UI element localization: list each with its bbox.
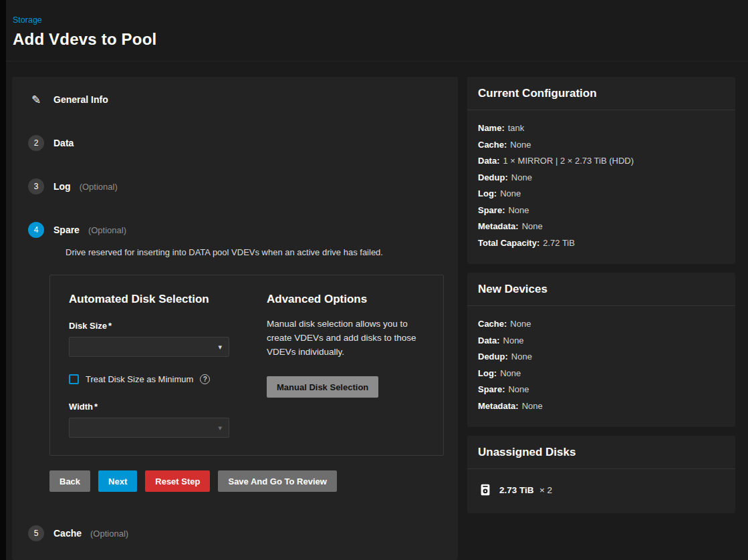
disk-size-text: 2.73 TiB — [499, 485, 534, 495]
device-label: Dedup: — [478, 352, 508, 362]
stepper-step-data[interactable]: 2 Data — [28, 135, 442, 151]
config-value: 1 × MIRROR | 2 × 2.73 TiB (HDD) — [503, 156, 634, 166]
config-label: Name: — [478, 123, 505, 133]
spare-step-description: Drive reserved for inserting into DATA p… — [66, 247, 442, 257]
config-row-total-capacity: Total Capacity:2.72 TiB — [478, 235, 725, 252]
unassigned-disks-header: Unassigned Disks — [467, 436, 735, 469]
unassigned-disks-body: 2.73 TiB × 2 — [467, 469, 735, 513]
treat-disk-size-minimum-row: Treat Disk Size as Minimum ? — [69, 374, 248, 384]
save-and-go-to-review-button[interactable]: Save And Go To Review — [218, 470, 336, 492]
breadcrumb-storage[interactable]: Storage — [13, 15, 42, 25]
device-value: None — [510, 319, 531, 329]
stepper-step-general-info[interactable]: ✎ General Info — [28, 92, 442, 108]
disk-selection-box: Automated Disk Selection Disk Size* ▾ Tr… — [49, 275, 444, 456]
device-value: None — [511, 352, 532, 362]
config-row-cache: Cache:None — [478, 137, 725, 154]
config-value: None — [510, 140, 531, 150]
advanced-options-title: Advanced Options — [267, 293, 427, 306]
config-value: None — [511, 172, 532, 182]
step-label: Spare — [53, 225, 80, 235]
dropdown-arrow-icon: ▾ — [218, 424, 222, 432]
hdd-icon — [479, 483, 491, 497]
config-label: Dedup: — [478, 172, 508, 182]
config-label: Total Capacity: — [478, 238, 539, 248]
device-row-dedup: Dedup:None — [478, 349, 725, 366]
unassigned-disks-card: Unassigned Disks 2.73 TiB × 2 — [467, 436, 735, 513]
disk-count-text: × 2 — [539, 485, 552, 495]
device-value: None — [500, 368, 521, 378]
stepper-step-log[interactable]: 3 Log (Optional) — [28, 178, 442, 194]
device-row-spare: Spare:None — [478, 382, 725, 398]
disk-size-label: Disk Size* — [69, 321, 248, 331]
step-label: Log — [53, 181, 71, 192]
device-row-log: Log:None — [478, 366, 725, 382]
device-label: Spare: — [478, 384, 505, 394]
device-row-cache: Cache:None — [478, 316, 725, 333]
spare-step-content: Drive reserved for inserting into DATA p… — [28, 247, 442, 492]
advanced-options-section: Advanced Options Manual disk selection a… — [267, 293, 427, 438]
config-value: None — [500, 188, 521, 198]
new-devices-body: Cache:None Data:None Dedup:None Log:None… — [467, 306, 735, 427]
page-header: Storage Add Vdevs to Pool — [6, 0, 748, 61]
device-value: None — [508, 384, 529, 394]
add-vdevs-wizard-card: ✎ General Info 2 Data 3 Log (Optional) 4… — [12, 77, 458, 560]
help-icon[interactable]: ? — [200, 374, 210, 384]
config-label: Log: — [478, 188, 497, 198]
step-label: Cache — [53, 528, 82, 539]
config-value: None — [508, 205, 529, 215]
device-label: Log: — [478, 368, 497, 378]
device-value: None — [503, 335, 524, 345]
current-configuration-body: Name:tank Cache:None Data:1 × MIRROR | 2… — [467, 110, 735, 264]
width-label: Width* — [69, 402, 248, 412]
config-row-log: Log:None — [478, 186, 725, 202]
config-row-dedup: Dedup:None — [478, 170, 725, 186]
step-label: General Info — [53, 94, 108, 105]
config-value: None — [522, 221, 543, 231]
stepper-step-cache[interactable]: 5 Cache (Optional) — [28, 525, 442, 541]
current-configuration-card: Current Configuration Name:tank Cache:No… — [467, 77, 735, 264]
config-label: Spare: — [478, 205, 505, 215]
config-label: Metadata: — [478, 221, 519, 231]
manual-disk-selection-button[interactable]: Manual Disk Selection — [267, 376, 378, 398]
step-label: Data — [53, 138, 74, 148]
step-optional-tag: (Optional) — [80, 182, 118, 192]
page-title: Add Vdevs to Pool — [13, 30, 748, 49]
next-button[interactable]: Next — [98, 470, 137, 492]
width-select[interactable]: ▾ — [69, 418, 229, 438]
summary-column: Current Configuration Name:tank Cache:No… — [467, 77, 735, 522]
step-number-badge: 3 — [28, 178, 44, 194]
back-button[interactable]: Back — [49, 470, 90, 492]
step-optional-tag: (Optional) — [88, 225, 126, 235]
unassigned-disks-title: Unassigned Disks — [478, 446, 725, 459]
new-devices-header: New Devices — [467, 273, 735, 306]
device-row-data: Data:None — [478, 333, 725, 349]
device-label: Metadata: — [478, 401, 519, 411]
automated-disk-selection-title: Automated Disk Selection — [69, 293, 248, 306]
stepper-step-spare[interactable]: 4 Spare (Optional) — [28, 222, 442, 238]
current-configuration-header: Current Configuration — [467, 77, 735, 110]
required-marker: * — [108, 321, 112, 331]
device-value: None — [522, 401, 543, 411]
required-marker: * — [94, 402, 98, 412]
collapsed-nav-strip — [0, 0, 6, 560]
device-row-metadata: Metadata:None — [478, 398, 725, 415]
treat-disk-size-minimum-checkbox[interactable] — [69, 374, 79, 384]
config-row-metadata: Metadata:None — [478, 219, 725, 235]
reset-step-button[interactable]: Reset Step — [145, 470, 210, 492]
step-number-badge: 2 — [28, 135, 44, 151]
config-value: tank — [508, 123, 525, 133]
config-label: Cache: — [478, 140, 507, 150]
dropdown-arrow-icon: ▾ — [218, 343, 222, 352]
disk-size-select[interactable]: ▾ — [69, 337, 229, 357]
config-row-spare: Spare:None — [478, 202, 725, 219]
config-row-data: Data:1 × MIRROR | 2 × 2.73 TiB (HDD) — [478, 153, 725, 170]
edit-pencil-icon: ✎ — [28, 92, 44, 108]
automated-disk-selection-section: Automated Disk Selection Disk Size* ▾ Tr… — [69, 293, 248, 438]
wizard-buttons-row: Back Next Reset Step Save And Go To Revi… — [49, 470, 442, 492]
current-configuration-title: Current Configuration — [478, 87, 725, 100]
new-devices-card: New Devices Cache:None Data:None Dedup:N… — [467, 273, 735, 427]
unassigned-disk-row[interactable]: 2.73 TiB × 2 — [478, 479, 725, 501]
device-label: Data: — [478, 335, 500, 345]
device-label: Cache: — [478, 319, 507, 329]
step-number-badge: 5 — [28, 525, 44, 541]
